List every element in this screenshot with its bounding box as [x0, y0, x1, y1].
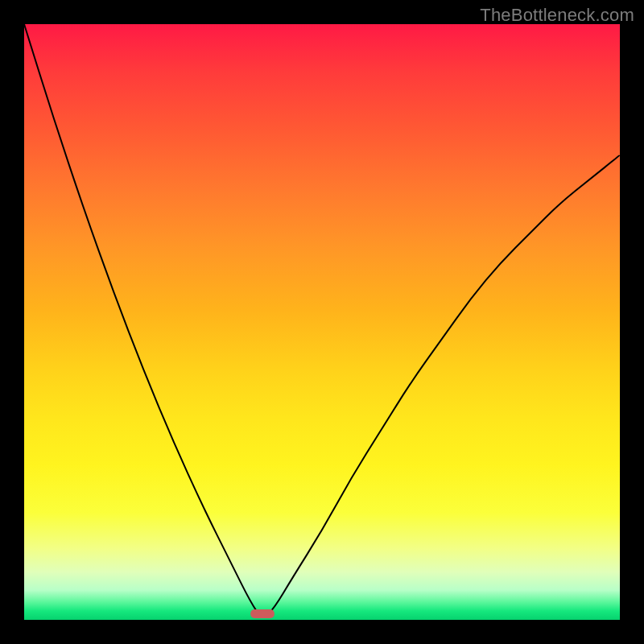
chart-frame: TheBottleneck.com: [0, 0, 644, 644]
optimal-marker: [250, 609, 275, 618]
watermark-text: TheBottleneck.com: [480, 5, 634, 26]
plot-area: [24, 24, 620, 620]
bottleneck-curve: [24, 24, 620, 617]
chart-svg: [24, 24, 620, 620]
